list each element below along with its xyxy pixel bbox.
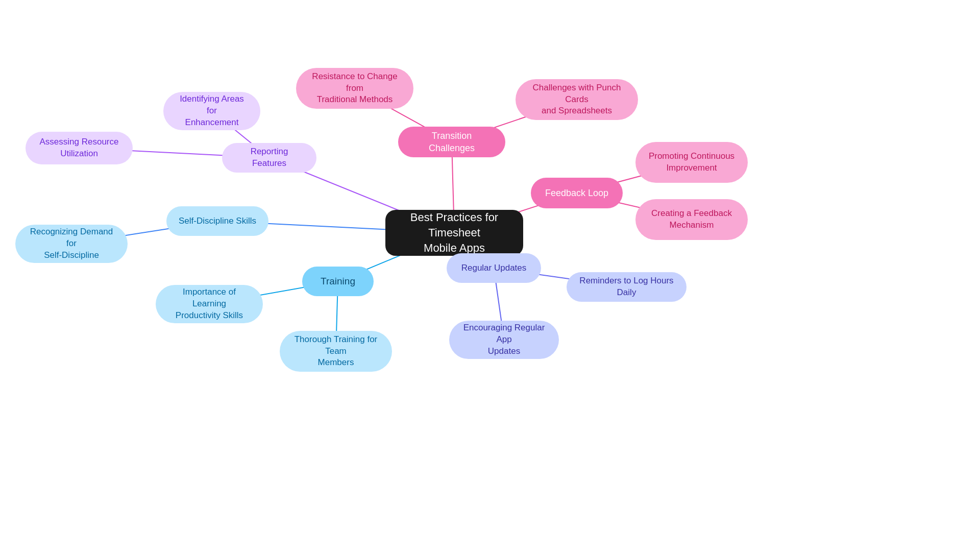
assessing-resource-label: Assessing Resource Utilization: [37, 136, 121, 160]
feedback-loop-label: Feedback Loop: [545, 187, 608, 199]
punch-cards-label: Challenges with Punch Cardsand Spreadshe…: [527, 82, 627, 117]
thorough-training-node: Thorough Training for TeamMembers: [280, 331, 392, 372]
reporting-features-label: Reporting Features: [233, 146, 305, 170]
self-discipline-node: Self-Discipline Skills: [166, 206, 268, 236]
resistance-change-label: Resistance to Change fromTraditional Met…: [307, 71, 402, 106]
promoting-continuous-node: Promoting ContinuousImprovement: [635, 142, 748, 183]
training-node: Training: [302, 267, 374, 296]
thorough-training-label: Thorough Training for TeamMembers: [291, 334, 381, 369]
encouraging-updates-node: Encouraging Regular AppUpdates: [449, 321, 559, 359]
assessing-resource-node: Assessing Resource Utilization: [26, 132, 133, 164]
recognizing-demand-node: Recognizing Demand forSelf-Discipline: [15, 225, 128, 263]
recognizing-demand-label: Recognizing Demand forSelf-Discipline: [27, 226, 116, 261]
transition-challenges-label: Transition Challenges: [409, 130, 494, 155]
feedback-loop-node: Feedback Loop: [531, 178, 623, 208]
transition-challenges-node: Transition Challenges: [398, 127, 505, 157]
identifying-areas-node: Identifying Areas forEnhancement: [163, 92, 260, 130]
creating-feedback-label: Creating a FeedbackMechanism: [651, 208, 732, 231]
identifying-areas-label: Identifying Areas forEnhancement: [175, 93, 249, 129]
creating-feedback-node: Creating a FeedbackMechanism: [635, 199, 748, 240]
promoting-continuous-label: Promoting ContinuousImprovement: [649, 151, 734, 174]
reminders-log-label: Reminders to Log Hours Daily: [578, 275, 675, 299]
importance-learning-label: Importance of LearningProductivity Skill…: [167, 286, 252, 322]
regular-updates-node: Regular Updates: [447, 253, 541, 283]
training-label: Training: [321, 275, 355, 288]
encouraging-updates-label: Encouraging Regular AppUpdates: [460, 322, 548, 357]
regular-updates-label: Regular Updates: [461, 262, 527, 274]
reporting-features-node: Reporting Features: [222, 143, 316, 173]
reminders-log-node: Reminders to Log Hours Daily: [567, 272, 687, 302]
resistance-change-node: Resistance to Change fromTraditional Met…: [296, 68, 413, 109]
self-discipline-label: Self-Discipline Skills: [179, 215, 256, 227]
importance-learning-node: Importance of LearningProductivity Skill…: [156, 285, 263, 323]
punch-cards-node: Challenges with Punch Cardsand Spreadshe…: [516, 79, 638, 120]
center-node: Best Practices for TimesheetMobile Apps: [385, 210, 523, 256]
center-label: Best Practices for TimesheetMobile Apps: [397, 210, 512, 255]
